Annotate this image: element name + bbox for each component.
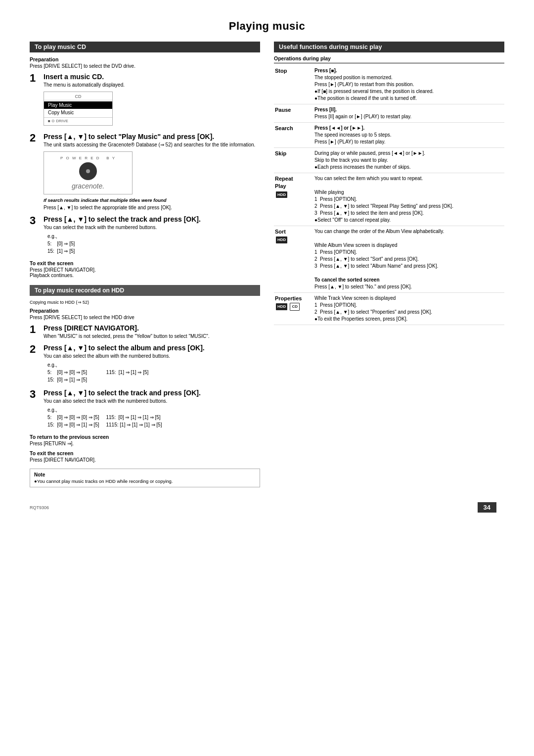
gracenote-box: P O W E R E D B Y gracenote. [44,151,133,194]
step-num-hdd-2: 2 [30,344,41,355]
op-name-repeat: RepeatPlay HDD [274,173,313,226]
op-row-stop: Stop Press [■]. The stopped position is … [274,65,504,104]
page-footer: RQT9306 34 [30,502,504,513]
if-search-note: If search results indicate that multiple… [44,197,260,203]
prep2-text: Press [DRIVE SELECT] to select the HDD d… [30,315,260,320]
eg-hdd-2: e.g., 5: [0] ⇒ [0] ⇒ [5] 115: [1] ⇒ [1] … [47,361,260,383]
cd-menu-item-copy: Copy Music [44,109,112,116]
step-content-cd-3: Press [▲, ▼] to select the track and pre… [44,215,260,256]
eg-hdd-3: e.g., 5: [0] ⇒ [0] ⇒ [0] ⇒ [5] 115: [0] … [47,406,260,428]
section1-header: To play music CD [30,42,260,52]
op-name-skip: Skip [274,148,313,173]
step-title-hdd-1: Press [DIRECT NAVIGATOR]. [44,324,260,332]
op-detail-search: Press [◄◄] or [►►]. The speed increases … [313,123,504,148]
cd-menu-label: CD [44,94,112,100]
op-stop-bullet1: ●If [■] is pressed several times, the po… [314,89,434,94]
right-column: Useful functions during music play Opera… [274,42,504,487]
copying-note: Copying music to HDD (⇒ 52) [30,300,260,305]
step-cd-1: 1 Insert a music CD. The menu is automat… [30,73,260,129]
return-label: To return to the previous screen [30,434,260,440]
step-cd-3: 3 Press [▲, ▼] to select the track and p… [30,215,260,256]
step-body-cd-1: The menu is automatically displayed. [44,82,260,89]
op-name-properties: Properties HDD CD [274,293,313,325]
step-content-hdd-2: Press [▲, ▼] to select the album and pre… [44,344,260,385]
if-search-body: Press [▲, ▼] to select the appropriate t… [44,204,260,211]
step-num-cd-2: 2 [30,133,41,143]
prep2-label: Preparation [30,308,260,314]
step-hdd-3: 3 Press [▲, ▼] to select the track and p… [30,389,260,430]
op-row-properties: Properties HDD CD While Track View scree… [274,293,504,325]
step-content-hdd-3: Press [▲, ▼] to select the track and pre… [44,389,260,430]
sort-cancel-label: To cancel the sorted screen [314,277,380,283]
return-section: To return to the previous screen Press [… [30,434,260,463]
step-title-hdd-2: Press [▲, ▼] to select the album and pre… [44,344,260,352]
props-hdd-badge: HDD [276,303,287,310]
op-detail-properties: While Track View screen is displayed 1 P… [313,293,504,325]
op-row-pause: Pause Press [II]. Press [II] again or [►… [274,104,504,123]
op-name-search: Search [274,123,313,148]
page-number: 34 [478,502,496,513]
cd-menu-footer: ■ ⊙ DRIVE [44,117,112,123]
left-column: To play music CD Preparation Press [DRIV… [30,42,260,487]
step-body-hdd-3: You can also select the track with the n… [44,398,260,405]
cd-menu-item-play: Play Music [44,101,112,109]
cd-menu-box: CD Play Music Copy Music ■ ⊙ DRIVE [44,92,113,126]
op-detail-sort: You can change the order of the Album Vi… [313,226,504,293]
op-detail-pause: Press [II]. Press [II] again or [►] (PLA… [313,104,504,123]
ops-table: Stop Press [■]. The stopped position is … [274,65,504,325]
step-title-cd-1: Insert a music CD. [44,73,260,81]
op-pause-press: Press [II]. [314,107,337,112]
props-cd-badge: CD [290,303,300,310]
op-detail-stop: Press [■]. The stopped position is memor… [313,65,504,104]
repeat-hdd-badge: HDD [276,191,287,198]
gracenote-logo: gracenote. [72,162,104,190]
op-stop-press: Press [■]. [314,68,337,73]
return-text: Press [RETURN ⇒]. [30,441,260,446]
prep-text: Press [DRIVE SELECT] to select the DVD d… [30,63,260,69]
step-num-cd-3: 3 [30,215,41,226]
op-search-press: Press [◄◄] or [►►]. [314,125,364,131]
op-row-repeat: RepeatPlay HDD You can select the item w… [274,173,504,226]
note-text: ●You cannot play music tracks on HDD whi… [34,478,256,484]
step-body-cd-2: The unit starts accessing the Gracenote®… [44,142,260,148]
page-title: Playing music [30,20,504,33]
note-label: Note [34,472,256,477]
op-detail-repeat: You can select the item which you want t… [313,173,504,226]
ops-label: Operations during play [274,55,504,63]
prep-label: Preparation [30,56,260,62]
gracenote-powered-text: P O W E R E D B Y [60,156,116,160]
op-detail-skip: During play or while paused, press [◄◄] … [313,148,504,173]
op-name-stop: Stop [274,65,313,104]
right-section-header: Useful functions during music play [274,42,504,52]
op-name-sort: Sort HDD [274,226,313,293]
section2-header: To play music recorded on HDD [30,285,260,296]
exit-label: To exit the screen [30,260,260,266]
op-row-search: Search Press [◄◄] or [►►]. The speed inc… [274,123,504,148]
step-title-cd-3: Press [▲, ▼] to select the track and pre… [44,215,260,223]
step-content-cd-1: Insert a music CD. The menu is automatic… [44,73,260,129]
if-search-note-bold: If search results indicate that multiple… [44,197,167,203]
exit2-label: To exit the screen [30,450,260,456]
step-hdd-2: 2 Press [▲, ▼] to select the album and p… [30,344,260,385]
step-body-hdd-1: When "MUSIC" is not selected, press the … [44,333,260,340]
step-num-hdd-3: 3 [30,389,41,400]
step-body-hdd-2: You can also select the album with the n… [44,353,260,360]
note-box: Note ●You cannot play music tracks on HD… [30,469,260,487]
eg-cd-3: e.g., 5: [0] ⇒ [5] 15: [1] ⇒ [5] [47,233,260,255]
step-content-cd-2: Press [▲, ▼] to select "Play Music" and … [44,133,260,211]
step-hdd-1: 1 Press [DIRECT NAVIGATOR]. When "MUSIC"… [30,324,260,340]
step-title-hdd-3: Press [▲, ▼] to select the track and pre… [44,389,260,397]
step-num-hdd-1: 1 [30,324,41,335]
step-title-cd-2: Press [▲, ▼] to select "Play Music" and … [44,133,260,141]
gracenote-brand-text: gracenote. [72,182,104,190]
gracenote-disc-icon [79,162,97,180]
op-row-skip: Skip During play or while paused, press … [274,148,504,173]
step-body-cd-3: You can select the track with the number… [44,224,260,231]
rqt-number: RQT9306 [30,505,49,510]
step-num-cd-1: 1 [30,73,41,84]
exit2-text: Press [DIRECT NAVIGATOR]. [30,457,260,463]
step-content-hdd-1: Press [DIRECT NAVIGATOR]. When "MUSIC" i… [44,324,260,340]
op-stop-bullet2: ●The position is cleared if the unit is … [314,95,417,101]
op-row-sort: Sort HDD You can change the order of the… [274,226,504,293]
step-cd-2: 2 Press [▲, ▼] to select "Play Music" an… [30,133,260,211]
